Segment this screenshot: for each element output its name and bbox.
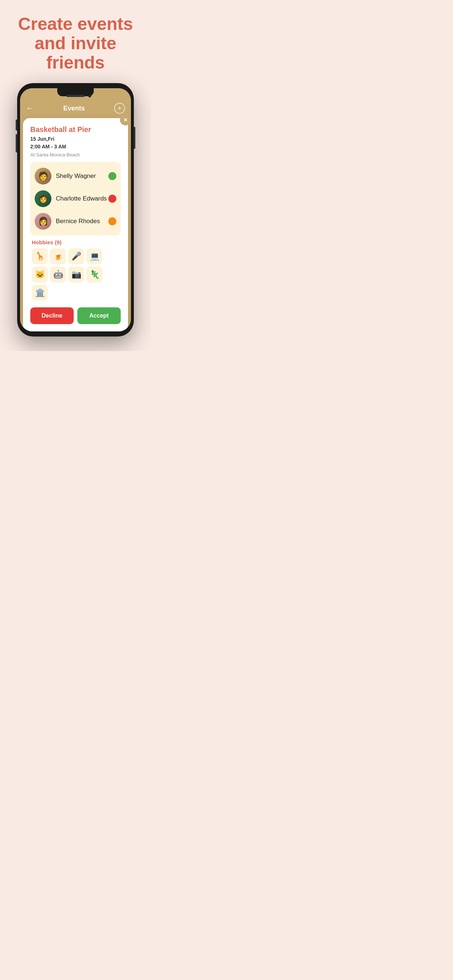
volume-down-button [16,134,17,153]
hobby-item: 🤖 [50,267,66,283]
attendee-name: Shelly Wagner [56,172,108,180]
action-buttons: Decline Accept [30,307,121,324]
hobby-item: 💻 [86,248,102,264]
back-button[interactable]: ← [26,103,34,113]
attendee-name: Bernice Rhodes [56,218,108,225]
header-title: Events [63,105,85,112]
hobbies-section: Hobbies (9) 🦒 🍺 🎤 💻 🐱 🤖 📷 🦎 🏛️ [30,235,121,302]
hobby-item: 🦎 [86,267,102,283]
phone-frame: ← Events + ✕ Basketball at Pier 15 Jun,F… [17,83,134,337]
avatar: 👩 [35,213,51,230]
hobby-item: 📷 [68,267,84,283]
status-indicator [108,172,116,180]
attendee-row: 👩 Charlotte Edwards [35,188,116,210]
hobbies-grid: 🦒 🍺 🎤 💻 🐱 🤖 📷 🦎 🏛️ [32,248,119,301]
hero-title: Create events and invite friends [0,0,151,83]
close-button[interactable]: ✕ [120,115,131,126]
add-event-button[interactable]: + [114,103,125,114]
accept-button[interactable]: Accept [77,307,121,324]
phone-mockup: ← Events + ✕ Basketball at Pier 15 Jun,F… [13,83,137,351]
volume-up-button [16,119,17,130]
decline-button[interactable]: Decline [30,307,74,324]
avatar: 🧑 [35,168,51,185]
attendees-list: 🧑 Shelly Wagner 👩 Charlotte Edwards 👩 Be… [30,162,121,235]
event-date: 15 Jun,Fri 2:00 AM - 3 AM [30,135,121,151]
attendee-name: Charlotte Edwards [56,195,108,202]
status-indicator [108,217,116,225]
power-button [134,127,135,149]
phone-notch [57,88,94,96]
hobby-item: 🍺 [50,248,66,264]
status-indicator [108,195,116,203]
phone-screen: ← Events + ✕ Basketball at Pier 15 Jun,F… [20,88,131,331]
attendee-row: 🧑 Shelly Wagner [35,165,116,188]
event-location: At Santa Monica Beach [30,152,121,158]
front-camera [88,94,91,97]
hobby-item: 🦒 [32,248,48,264]
hobby-item: 🐱 [32,267,48,283]
event-modal: ✕ Basketball at Pier 15 Jun,Fri 2:00 AM … [23,118,128,331]
hobby-item: 🎤 [68,248,84,264]
attendee-row: 👩 Bernice Rhodes [35,210,116,232]
hobby-item: 🏛️ [32,285,48,301]
avatar: 👩 [35,190,51,207]
speaker [66,95,85,97]
hobbies-title: Hobbies (9) [32,239,119,245]
event-title: Basketball at Pier [30,126,121,134]
